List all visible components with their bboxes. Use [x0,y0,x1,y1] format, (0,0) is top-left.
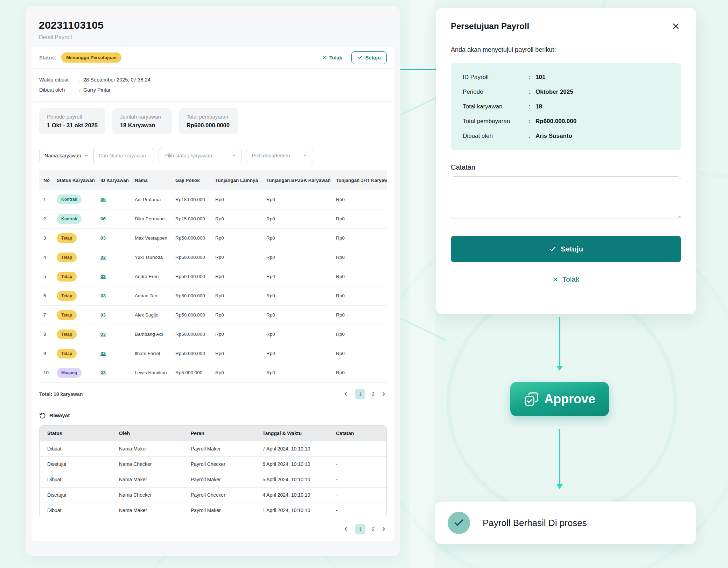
employee-id-link[interactable]: 03 [100,370,106,375]
employee-id-link[interactable]: 03 [100,332,106,337]
history-cell: Payroll Maker [183,503,255,518]
cell-gaji-pokok: Rp50.000.000 [175,248,215,267]
employee-id-link[interactable]: 03 [100,351,106,356]
cell-nama: Dika Permana [135,209,175,228]
chevron-left-icon [343,526,349,532]
status-filter-select[interactable]: Pilih status karyawan [159,148,242,163]
history-pagination: 1 2 [343,524,387,534]
employee-id-link[interactable]: 06 [100,216,106,221]
modal-reject-label: Tolak [562,275,579,284]
employee-id-link[interactable]: 03 [100,255,106,260]
status-badge: Kontrak [57,194,82,204]
employee-id-link[interactable]: 03 [100,274,106,279]
cell-status: Tetap [57,305,100,325]
page-1-button[interactable]: 1 [355,524,365,534]
detail-label: Periode [463,88,528,95]
history-title-row: Riwayat [39,412,387,419]
separator: : [78,75,83,85]
department-filter-select[interactable]: Pilih departemen [246,148,313,163]
previous-page-button[interactable] [343,391,349,397]
next-page-button[interactable] [381,526,387,532]
cell-tunjangan-jht: Rp0 [336,209,387,228]
status-badge: Tetap [57,233,77,243]
chevron-right-icon [381,391,387,397]
cell-gaji-pokok: Rp50.000.000 [175,305,215,325]
created-by-value: Garry Pintar [83,85,387,95]
separator: : [528,118,536,125]
reject-button[interactable]: Tolak [320,55,344,61]
cell-id: 03 [100,248,135,267]
history-table: StatusOlehPeranTanggal & WaktuCatatan Di… [39,425,387,518]
cell-no: 8 [39,325,57,344]
employee-id-link[interactable]: 03 [100,235,106,241]
cell-no: 2 [39,209,57,228]
payroll-detail-row: ID Payroll:101 [463,74,669,81]
status-badge: Tetap [57,291,77,301]
detail-header: 20231103105 Detail Payroll [26,6,400,47]
column-header: Tunjangan JHT Karyawan [336,170,387,190]
history-cell: Nama Maker [111,472,183,487]
table-footer: Total: 18 karyawan 1 2 [31,383,394,405]
summary-card-periode: Periode payroll 1 Okt - 31 okt 2025 [39,108,105,134]
separator: : [528,103,536,110]
cell-gaji-pokok: Rp50.000.000 [175,344,215,363]
detail-value: Aris Susanto [536,133,669,140]
page-subtitle: Detail Payroll [39,34,387,41]
employee-id-link[interactable]: 05 [100,197,106,202]
status-badge: Kontrak [57,214,82,224]
page-2-button[interactable]: 2 [372,391,374,397]
toast-message: Payroll Berhasil Di proses [483,518,587,528]
cell-nama: Lewis Hamilton [135,363,175,382]
flow-arrowhead-icon [556,484,563,489]
cell-tunjangan-lainnya: Rp0 [215,228,266,248]
cell-no: 4 [39,248,57,267]
cell-gaji-pokok: Rp18.000.000 [175,190,215,209]
employee-row: 10Magang03Lewis HamiltonRp5.000.000Rp0Rp… [39,363,387,382]
employee-row: 2Kontrak06Dika PermanaRp15.000.000Rp0Rp0… [39,209,387,228]
cell-tunjangan-jht: Rp0 [336,228,387,248]
employee-table-header-row: NoStatus KaryawanID KaryawanNamaGaji Pok… [39,170,387,190]
search-input[interactable] [94,148,154,163]
employee-id-link[interactable]: 03 [100,293,106,298]
column-header: Status Karyawan [57,170,100,190]
column-header: Tunjangan Lainnya [215,170,266,190]
employee-id-link[interactable]: 03 [100,312,106,318]
created-by-label: Dibuat oleh [39,85,78,95]
page-1-button[interactable]: 1 [355,389,365,399]
history-table-header-row: StatusOlehPeranTanggal & WaktuCatatan [40,426,386,441]
separator: : [528,88,536,95]
cell-nama: Adrian Tan [135,286,175,305]
status-badge: Tetap [57,272,77,282]
employee-row: 7Tetap03Alex SugijoRp50.000.000Rp0Rp0Rp0 [39,305,387,325]
modal-reject-button[interactable]: Tolak [550,275,581,284]
search-field-selector[interactable]: Nama karyawan [40,148,94,163]
notes-textarea[interactable] [451,176,681,219]
cell-tunjangan-bpjsk: Rp0 [266,305,336,325]
approve-outline-button[interactable]: Setuju [351,51,387,64]
previous-page-button[interactable] [343,526,349,532]
history-cell: Payroll Maker [183,472,255,487]
history-title: Riwayat [49,412,70,419]
column-header: Gaji Pokok [175,170,215,190]
approve-cta-button[interactable]: Approve [510,382,609,416]
history-icon [39,412,46,419]
cell-tunjangan-bpjsk: Rp0 [266,209,336,228]
summary-card-jumlah: Jumlah karyawan 18 Karyawan [112,108,172,134]
cell-tunjangan-jht: Rp0 [336,190,387,209]
detail-label: Total karyawan [463,103,528,110]
cell-tunjangan-bpjsk: Rp0 [266,228,336,248]
chevron-right-icon [381,526,387,532]
cell-id: 03 [100,267,135,286]
cell-nama: Ilham Farrel [135,344,175,363]
modal-approve-button[interactable]: Setuju [451,236,681,262]
column-header: ID Karyawan [100,170,135,190]
history-cell: - [328,456,386,472]
cell-id: 03 [100,305,135,325]
meta-section: Waktu dibuat : 28 September 2025, 07:38:… [31,69,394,102]
close-button[interactable] [671,21,681,31]
next-page-button[interactable] [381,391,387,397]
employee-row: 3Tetap03Max VestappenRp50.000.000Rp0Rp0R… [39,228,387,248]
cell-status: Tetap [57,325,100,344]
page-2-button[interactable]: 2 [372,526,374,532]
cell-gaji-pokok: Rp50.000.000 [175,267,215,286]
